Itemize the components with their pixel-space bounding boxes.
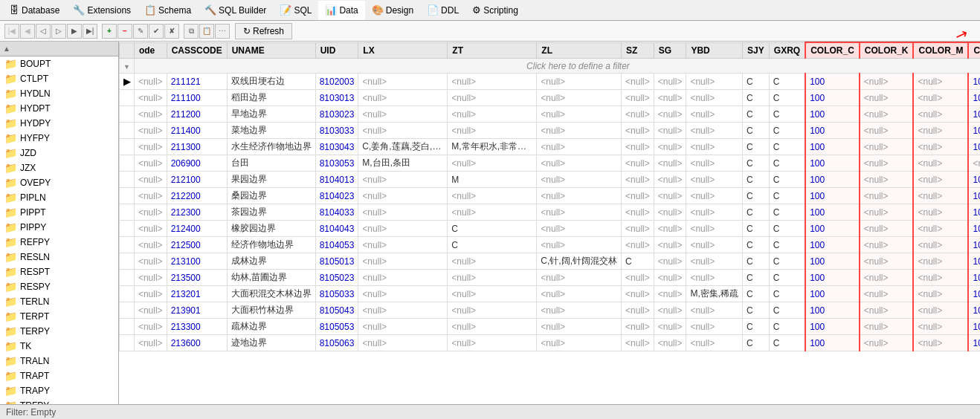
cell-code[interactable]: <null> — [134, 237, 167, 253]
cell-sg[interactable]: <null> — [654, 123, 686, 139]
table-row[interactable]: <null>211200旱地边界8103023<null><null><null… — [120, 106, 981, 123]
cell-uname[interactable]: 大面积竹林边界 — [227, 302, 315, 319]
cell-color_c[interactable]: 100 — [805, 286, 860, 302]
cell-uid[interactable]: 8105013 — [315, 253, 358, 270]
cell-sjy[interactable]: C — [743, 204, 770, 221]
cell-color_c[interactable]: 100 — [805, 139, 860, 155]
cell-color_c[interactable]: 100 — [805, 90, 860, 106]
cell-color_m[interactable]: <null> — [913, 302, 968, 319]
cell-color_y[interactable]: 100 — [968, 302, 980, 319]
cell-zl[interactable]: <null> — [537, 90, 622, 106]
sidebar-item-terln[interactable]: 📁TERLN — [0, 294, 118, 309]
cell-color_m[interactable]: <null> — [913, 253, 968, 270]
cell-color_c[interactable]: 100 — [805, 155, 860, 172]
col-header-sjy[interactable]: SJY — [743, 42, 770, 59]
cell-lx[interactable]: C,姜角,莲藕,茭白,其他 — [358, 139, 448, 155]
cell-uid[interactable]: 8105043 — [315, 302, 358, 319]
cell-sjy[interactable]: C — [743, 302, 770, 319]
refresh-button[interactable]: ↻ Refresh — [235, 23, 292, 39]
nav-prev-btn[interactable]: ◀ — [20, 24, 35, 39]
cell-lx[interactable]: <null> — [358, 204, 448, 221]
cell-ybd[interactable]: <null> — [686, 221, 743, 237]
cell-sg[interactable]: <null> — [654, 204, 686, 221]
cell-zl[interactable]: C,针,阔,针阔混交林 — [537, 253, 622, 270]
cell-color_y[interactable]: 100 — [968, 204, 980, 221]
sidebar-item-trapt[interactable]: 📁TRAPT — [0, 368, 118, 383]
cell-color_k[interactable]: <null> — [860, 188, 914, 204]
cell-uid[interactable]: 8103013 — [315, 90, 358, 106]
col-header-gxrq[interactable]: GXRQ — [769, 42, 805, 59]
nav-more-btn[interactable]: ⋯ — [215, 24, 230, 39]
cell-color_y[interactable]: 100 — [968, 123, 980, 139]
cell-casscode[interactable]: 213600 — [167, 335, 227, 351]
cell-zt[interactable]: <null> — [448, 106, 537, 123]
cell-color_c[interactable]: 100 — [805, 204, 860, 221]
cell-gxrq[interactable]: C — [769, 319, 805, 335]
table-row[interactable]: <null>211400菜地边界8103033<null><null><null… — [120, 123, 981, 139]
cell-color_m[interactable]: <null> — [913, 286, 968, 302]
cell-zt[interactable]: <null> — [448, 74, 537, 90]
cell-casscode[interactable]: 213100 — [167, 253, 227, 270]
cell-uname[interactable]: 橡胶园边界 — [227, 221, 315, 237]
col-header-casscode[interactable]: CASSCODE — [167, 42, 227, 59]
cell-color_y[interactable]: 100 — [968, 106, 980, 123]
cell-color_k[interactable]: <null> — [860, 302, 914, 319]
cell-sjy[interactable]: C — [743, 106, 770, 123]
table-row[interactable]: <null>211300水生经济作物地边界8103043C,姜角,莲藕,茭白,其… — [120, 139, 981, 155]
cell-color_k[interactable]: <null> — [860, 123, 914, 139]
cell-code[interactable]: <null> — [134, 74, 167, 90]
cell-casscode[interactable]: 206900 — [167, 155, 227, 172]
sidebar-item-boupt[interactable]: 📁BOUPT — [0, 56, 118, 71]
cell-casscode[interactable]: 212100 — [167, 172, 227, 188]
cell-gxrq[interactable]: C — [769, 221, 805, 237]
cell-lx[interactable]: <null> — [358, 74, 448, 90]
sidebar-item-hydln[interactable]: 📁HYDLN — [0, 86, 118, 101]
cell-color_c[interactable]: 100 — [805, 123, 860, 139]
sidebar-item-pippy[interactable]: 📁PIPPY — [0, 220, 118, 235]
cell-sjy[interactable]: C — [743, 90, 770, 106]
cell-uname[interactable]: 菜地边界 — [227, 123, 315, 139]
cell-uname[interactable]: 疏林边界 — [227, 319, 315, 335]
cell-sg[interactable]: <null> — [654, 302, 686, 319]
cell-ybd[interactable]: <null> — [686, 172, 743, 188]
nav-last-btn[interactable]: ▶| — [83, 24, 97, 39]
cell-zt[interactable]: <null> — [448, 286, 537, 302]
cell-code[interactable]: <null> — [134, 106, 167, 123]
cell-casscode[interactable]: 212400 — [167, 221, 227, 237]
cell-zl[interactable]: <null> — [537, 221, 622, 237]
cell-code[interactable]: <null> — [134, 319, 167, 335]
filter-cell[interactable]: Click here to define a filter — [134, 59, 980, 74]
cell-lx[interactable]: <null> — [358, 90, 448, 106]
cell-zt[interactable]: C — [448, 237, 537, 253]
cell-ybd[interactable]: <null> — [686, 123, 743, 139]
cell-sjy[interactable]: C — [743, 237, 770, 253]
cell-color_y[interactable]: 100 — [968, 74, 980, 90]
cell-sg[interactable]: <null> — [654, 335, 686, 351]
cell-lx[interactable]: <null> — [358, 172, 448, 188]
cell-zl[interactable]: <null> — [537, 335, 622, 351]
cell-zt[interactable]: <null> — [448, 155, 537, 172]
cell-sg[interactable]: <null> — [654, 139, 686, 155]
cell-sz[interactable]: <null> — [622, 204, 654, 221]
cell-color_y[interactable]: 100 — [968, 172, 980, 188]
cell-color_m[interactable]: <null> — [913, 188, 968, 204]
cell-color_y[interactable]: 100 — [968, 270, 980, 286]
cell-uname[interactable]: 双线田埂右边 — [227, 74, 315, 90]
sidebar-item-ctlpt[interactable]: 📁CTLPT — [0, 71, 118, 86]
cell-uname[interactable]: 迹地边界 — [227, 335, 315, 351]
cell-sg[interactable]: <null> — [654, 253, 686, 270]
cell-ybd[interactable]: <null> — [686, 90, 743, 106]
col-header-sz[interactable]: SZ — [622, 42, 654, 59]
cell-uid[interactable]: 8104053 — [315, 237, 358, 253]
cell-color_y[interactable]: 100 — [968, 139, 980, 155]
sidebar-item-jzx[interactable]: 📁JZX — [0, 160, 118, 175]
sidebar-item-jzd[interactable]: 📁JZD — [0, 146, 118, 160]
sidebar-item-hydpy[interactable]: 📁HYDPY — [0, 116, 118, 131]
cell-uname[interactable]: 桑园边界 — [227, 188, 315, 204]
cell-lx[interactable]: <null> — [358, 270, 448, 286]
cell-color_y[interactable]: 100 — [968, 188, 980, 204]
cell-casscode[interactable]: 212200 — [167, 188, 227, 204]
cell-color_m[interactable]: <null> — [913, 155, 968, 172]
cell-sz[interactable]: C — [622, 253, 654, 270]
cell-color_k[interactable]: <null> — [860, 172, 914, 188]
